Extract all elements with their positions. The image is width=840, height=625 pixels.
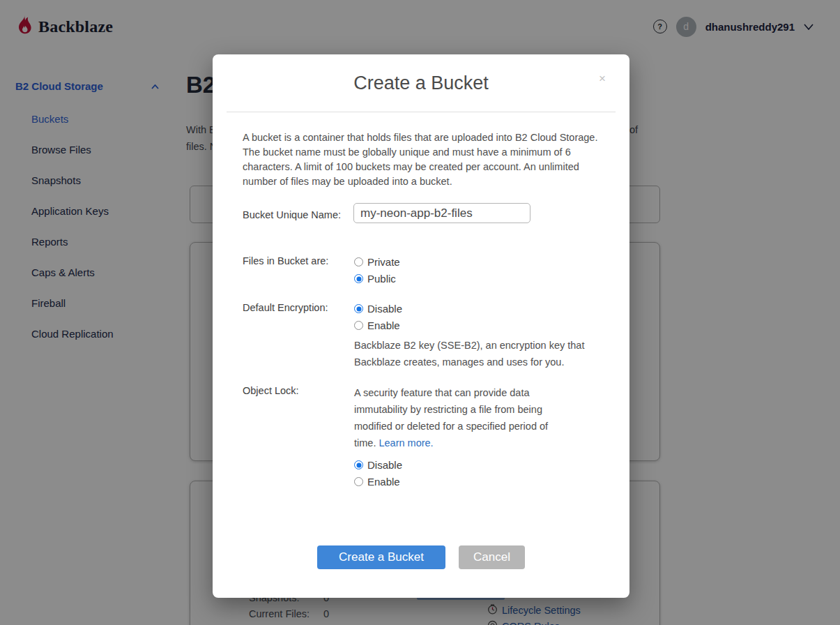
encryption-note: Backblaze B2 key (SSE-B2), an encryption… bbox=[354, 337, 595, 370]
default-encryption-label: Default Encryption: bbox=[243, 302, 328, 313]
radio-private[interactable]: Private bbox=[354, 255, 400, 269]
radio-label: Private bbox=[367, 256, 400, 268]
radio-button-icon[interactable] bbox=[354, 257, 363, 266]
bucket-name-input[interactable] bbox=[353, 203, 530, 223]
radio-button-icon[interactable] bbox=[354, 274, 363, 283]
radio-encryption-disable[interactable]: Disable bbox=[354, 302, 402, 315]
radio-label: Public bbox=[367, 273, 396, 285]
modal-divider bbox=[227, 112, 616, 112]
radio-label: Enable bbox=[367, 319, 400, 331]
create-bucket-button[interactable]: Create a Bucket bbox=[317, 545, 445, 569]
object-lock-radio-group: Disable Enable bbox=[354, 458, 402, 488]
radio-label: Disable bbox=[367, 303, 402, 315]
radio-object-lock-disable[interactable]: Disable bbox=[354, 458, 402, 472]
close-icon[interactable]: × bbox=[599, 74, 606, 84]
radio-button-icon[interactable] bbox=[354, 477, 363, 486]
object-lock-label: Object Lock: bbox=[243, 385, 299, 396]
modal-actions: Create a Bucket Cancel bbox=[213, 545, 629, 569]
default-encryption-radio-group: Disable Enable bbox=[354, 302, 402, 332]
create-bucket-modal: Create a Bucket × A bucket is a containe… bbox=[213, 54, 629, 598]
radio-encryption-enable[interactable]: Enable bbox=[354, 319, 402, 332]
radio-label: Enable bbox=[367, 476, 400, 488]
radio-label: Disable bbox=[367, 459, 402, 471]
object-lock-description: A security feature that can provide data… bbox=[354, 384, 555, 451]
files-visibility-label: Files in Bucket are: bbox=[243, 255, 328, 266]
cancel-button[interactable]: Cancel bbox=[459, 545, 525, 569]
files-visibility-radio-group: Private Public bbox=[354, 255, 400, 285]
modal-intro-text: A bucket is a container that holds files… bbox=[243, 130, 602, 189]
radio-button-icon[interactable] bbox=[354, 460, 363, 469]
radio-object-lock-enable[interactable]: Enable bbox=[354, 475, 402, 488]
radio-button-icon[interactable] bbox=[354, 321, 363, 330]
bucket-name-label: Bucket Unique Name: bbox=[243, 209, 341, 220]
radio-button-icon[interactable] bbox=[354, 304, 363, 313]
radio-public[interactable]: Public bbox=[354, 272, 400, 285]
learn-more-link[interactable]: Learn more. bbox=[379, 437, 433, 449]
backblaze-console: Backblaze ? d dhanushreddy291 B2 Cloud S… bbox=[0, 0, 840, 625]
modal-title: Create a Bucket bbox=[213, 73, 629, 94]
